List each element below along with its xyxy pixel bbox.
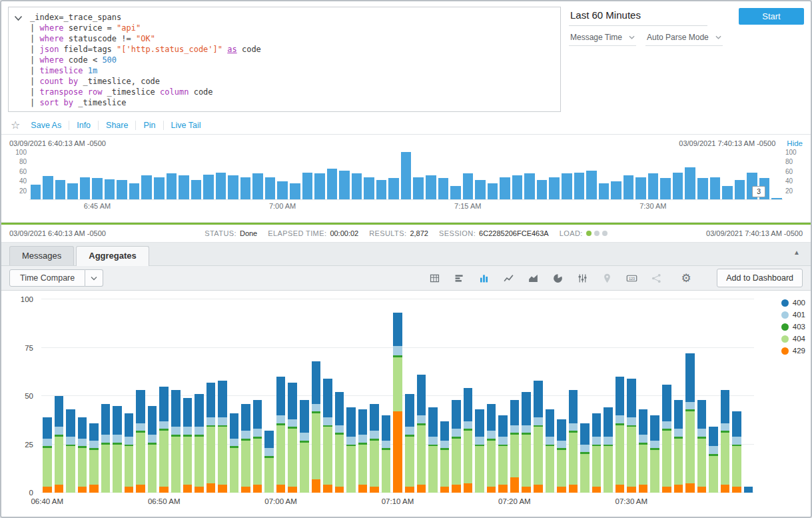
- start-button[interactable]: Start: [739, 8, 804, 25]
- message-time-label: Message Time: [570, 33, 622, 42]
- histogram-bar: [117, 180, 127, 199]
- bar-segment-400: [732, 411, 741, 437]
- histogram-bar: [673, 173, 683, 199]
- bar-segment-404: [498, 446, 508, 485]
- bar-segment-401: [510, 425, 520, 433]
- histogram-y-tick: 100: [9, 149, 27, 156]
- bar-segment-400: [510, 400, 520, 425]
- bar-segment-400: [159, 387, 169, 421]
- bar-segment-401: [580, 445, 590, 453]
- x-axis-tick: 07:10 AM: [382, 497, 414, 505]
- histogram-bar: [623, 175, 634, 199]
- stacked-bar: [674, 400, 683, 493]
- bar-segment-401: [498, 437, 508, 445]
- map-icon[interactable]: [601, 272, 613, 284]
- histogram-bar: [648, 173, 659, 199]
- bar-segment-404: [300, 443, 309, 493]
- share-link[interactable]: Share: [98, 121, 135, 130]
- bar-segment-429: [159, 487, 169, 493]
- bar-segment-401: [522, 425, 531, 433]
- chart-bars: [41, 299, 754, 493]
- histogram-bar: [388, 178, 399, 199]
- line-chart-icon[interactable]: [502, 272, 514, 284]
- message-time-select[interactable]: Message Time: [569, 31, 636, 46]
- status-start-time: 03/09/2021 6:40:13 AM -0500: [9, 229, 106, 237]
- load-indicator: [586, 231, 608, 236]
- legend-item-429[interactable]: 429: [781, 347, 805, 355]
- legend-item-403[interactable]: 403: [781, 323, 805, 331]
- stacked-bar: [546, 409, 555, 493]
- histogram-bar: [105, 179, 115, 199]
- legend-item-401[interactable]: 401: [781, 311, 805, 319]
- time-compare-button[interactable]: Time Compare: [9, 269, 85, 287]
- favorite-star-icon[interactable]: ☆: [11, 120, 20, 131]
- save-as-link[interactable]: Save As: [31, 121, 69, 130]
- legend-item-400[interactable]: 400: [781, 299, 805, 307]
- number-display-icon[interactable]: 123: [625, 272, 637, 284]
- stacked-bar: [697, 400, 707, 493]
- gear-icon[interactable]: ⚙: [680, 272, 692, 284]
- bar-segment-400: [662, 385, 671, 421]
- pie-chart-icon[interactable]: [552, 272, 564, 284]
- legend-item-404[interactable]: 404: [781, 335, 805, 343]
- bar-segment-401: [195, 427, 204, 435]
- histogram-bar: [55, 180, 66, 199]
- node-graph-icon[interactable]: [650, 272, 662, 284]
- histogram-chart[interactable]: 10080604020 10080604020 6:45 AM7:00 AM7:…: [29, 152, 783, 201]
- time-compare-dropdown[interactable]: [85, 269, 103, 287]
- histogram-y-tick: 80: [9, 159, 27, 165]
- stacked-bar: [66, 409, 75, 493]
- stacked-bar: [358, 409, 368, 493]
- stacked-bar: [475, 409, 484, 493]
- hide-histogram-link[interactable]: Hide: [787, 139, 803, 147]
- histogram-y-tick: 60: [785, 169, 803, 175]
- histogram-bar: [549, 177, 560, 199]
- collapse-query-icon[interactable]: [9, 7, 27, 111]
- bar-segment-400: [113, 406, 122, 435]
- stacked-bar: [662, 385, 671, 493]
- add-to-dashboard-button[interactable]: Add to Dashboard: [717, 269, 803, 287]
- stacked-bar: [89, 423, 99, 493]
- histogram-y-axis-left: 10080604020: [9, 152, 27, 200]
- bar-segment-404: [557, 450, 566, 487]
- column-chart-icon[interactable]: [478, 272, 490, 284]
- bar-segment-400: [78, 417, 87, 439]
- live-tail-link[interactable]: Live Tail: [163, 121, 208, 130]
- bar-chart-icon[interactable]: [453, 272, 465, 284]
- svg-text:123: 123: [629, 276, 635, 280]
- tab-aggregates[interactable]: Aggregates: [76, 246, 149, 266]
- stacked-bar: [627, 379, 636, 493]
- bar-segment-404: [546, 446, 555, 493]
- histogram-x-axis: 6:45 AM7:00 AM7:15 AM7:30 AM: [29, 200, 783, 211]
- bar-segment-429: [522, 487, 531, 493]
- bar-segment-400: [148, 406, 157, 435]
- stacked-bar: [113, 406, 122, 493]
- bar-segment-429: [639, 485, 648, 493]
- bar-segment-400: [685, 353, 695, 402]
- histogram-y-axis-right: 10080604020: [785, 152, 803, 200]
- histogram-bar: [512, 175, 523, 199]
- tab-messages[interactable]: Messages: [9, 246, 74, 265]
- bar-segment-404: [171, 437, 181, 493]
- stacked-bar: [440, 421, 450, 493]
- collapse-panel-icon[interactable]: ▲: [793, 249, 800, 256]
- bar-segment-401: [393, 346, 402, 356]
- histogram-x-tick: 7:00 AM: [269, 202, 296, 210]
- query-editor[interactable]: _index=_trace_spans| where service = "ap…: [8, 7, 561, 112]
- histogram-bar: [31, 185, 41, 199]
- auto-parse-mode-select[interactable]: Auto Parse Mode: [645, 31, 723, 46]
- table-view-icon[interactable]: [428, 272, 440, 284]
- settings-sliders-icon[interactable]: [576, 272, 588, 284]
- bar-segment-400: [580, 423, 590, 445]
- time-range-selector[interactable]: Last 60 Minutes: [569, 8, 707, 26]
- stacked-bar: [569, 390, 578, 493]
- bar-segment-400: [89, 423, 99, 441]
- pin-link[interactable]: Pin: [135, 121, 163, 130]
- bar-segment-404: [43, 448, 52, 487]
- bar-segment-429: [627, 487, 636, 493]
- stacked-bar: [650, 415, 659, 493]
- bar-segment-401: [148, 435, 157, 443]
- area-chart-icon[interactable]: [527, 272, 539, 284]
- bar-segment-404: [697, 439, 707, 487]
- info-link[interactable]: Info: [69, 121, 98, 130]
